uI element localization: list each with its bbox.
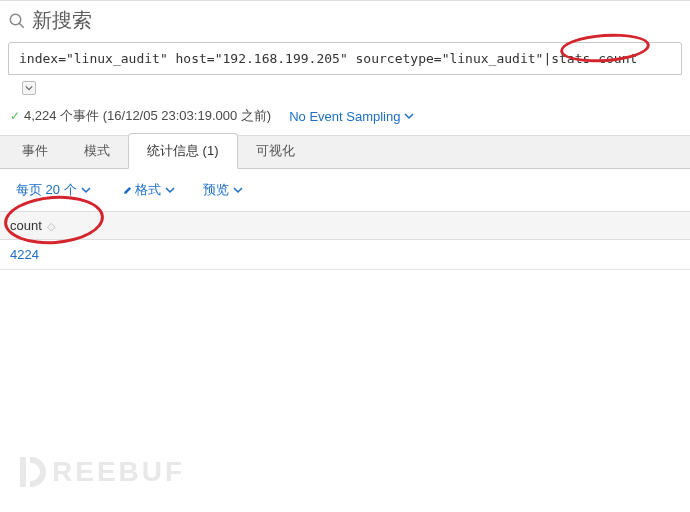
- search-icon: [8, 12, 26, 30]
- search-query-input[interactable]: index="linux_audit" host="192.168.199.20…: [8, 42, 682, 75]
- results-toolbar: 每页 20 个 格式 预览: [0, 169, 690, 211]
- watermark-logo-icon: [20, 457, 46, 487]
- tab-patterns[interactable]: 模式: [66, 134, 128, 168]
- svg-line-1: [19, 23, 24, 28]
- column-header-label: count: [10, 218, 42, 233]
- svg-point-0: [10, 14, 21, 25]
- sampling-label: No Event Sampling: [289, 109, 400, 124]
- format-dropdown[interactable]: 格式: [119, 181, 175, 199]
- event-sampling-dropdown[interactable]: No Event Sampling: [289, 109, 414, 124]
- chevron-down-icon: [404, 111, 414, 121]
- check-icon: ✓: [10, 109, 20, 123]
- results-table: count ◇ 4224: [0, 211, 690, 270]
- preview-label: 预览: [203, 181, 229, 199]
- chevron-down-icon: [81, 185, 91, 195]
- format-label: 格式: [135, 181, 161, 199]
- event-count-text: 4,224 个事件 (16/12/05 23:03:19.000 之前): [24, 107, 271, 125]
- preview-dropdown[interactable]: 预览: [203, 181, 243, 199]
- sort-icon: ◇: [47, 224, 55, 229]
- cell-count-value: 4224: [0, 240, 690, 270]
- status-row: ✓ 4,224 个事件 (16/12/05 23:03:19.000 之前) N…: [0, 103, 690, 135]
- tab-statistics[interactable]: 统计信息 (1): [128, 133, 238, 169]
- search-title: 新搜索: [32, 7, 92, 34]
- search-header: 新搜索: [0, 0, 690, 42]
- chevron-down-icon: [233, 185, 243, 195]
- chevron-down-icon: [25, 84, 33, 92]
- column-header-count[interactable]: count ◇: [0, 212, 690, 240]
- result-tabs: 事件 模式 统计信息 (1) 可视化: [0, 135, 690, 169]
- per-page-label: 每页 20 个: [16, 181, 77, 199]
- table-header-row: count ◇: [0, 212, 690, 240]
- watermark: REEBUF: [20, 456, 185, 488]
- per-page-dropdown[interactable]: 每页 20 个: [16, 181, 91, 199]
- timerange-toggle[interactable]: [22, 81, 36, 95]
- table-row[interactable]: 4224: [0, 240, 690, 270]
- chevron-down-icon: [165, 185, 175, 195]
- tab-events[interactable]: 事件: [4, 134, 66, 168]
- tab-visualization[interactable]: 可视化: [238, 134, 313, 168]
- pencil-icon: [123, 185, 133, 195]
- watermark-text: REEBUF: [52, 456, 185, 488]
